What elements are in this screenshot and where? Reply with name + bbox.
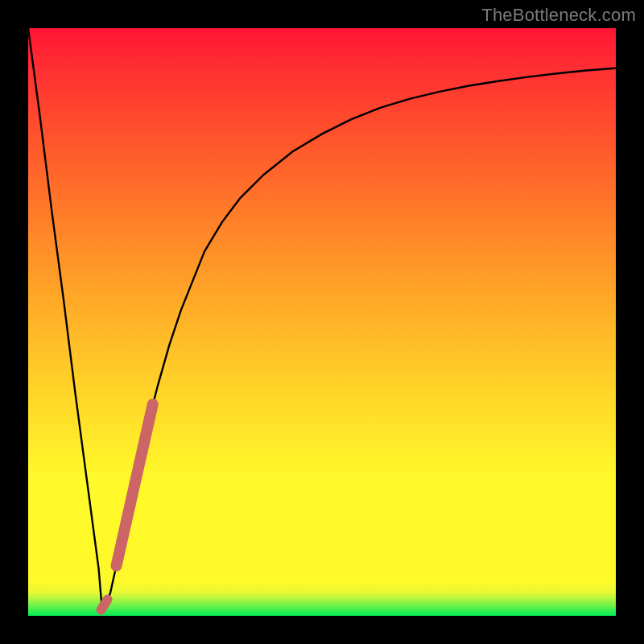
highlight-segment-upper: [117, 404, 153, 566]
highlight-segment-lower: [101, 600, 108, 610]
plot-area: [28, 28, 616, 616]
chart-stage: TheBottleneck.com: [0, 0, 644, 644]
valley-curve: [28, 28, 616, 610]
watermark-text: TheBottleneck.com: [481, 5, 636, 26]
curve-layer: [28, 28, 616, 616]
